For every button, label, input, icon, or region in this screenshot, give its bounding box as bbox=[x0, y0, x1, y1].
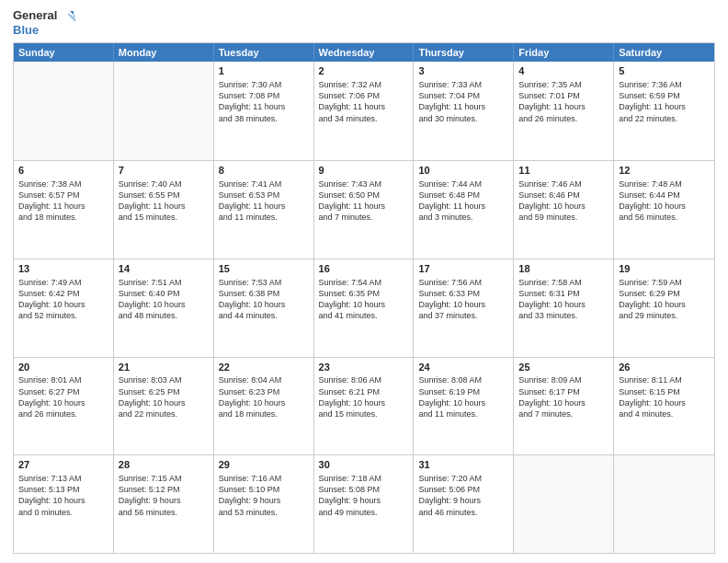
calendar-day: 1Sunrise: 7:30 AM Sunset: 7:08 PM Daylig… bbox=[214, 62, 314, 160]
day-number: 14 bbox=[119, 262, 209, 276]
calendar-day bbox=[614, 455, 714, 553]
calendar-week: 20Sunrise: 8:01 AM Sunset: 6:27 PM Dayli… bbox=[14, 357, 714, 455]
day-info: Sunrise: 7:51 AM Sunset: 6:40 PM Dayligh… bbox=[119, 277, 209, 322]
day-info: Sunrise: 8:04 AM Sunset: 6:23 PM Dayligh… bbox=[219, 374, 309, 419]
day-info: Sunrise: 7:36 AM Sunset: 6:59 PM Dayligh… bbox=[619, 79, 710, 124]
day-info: Sunrise: 7:20 AM Sunset: 5:06 PM Dayligh… bbox=[418, 473, 508, 518]
day-info: Sunrise: 8:03 AM Sunset: 6:25 PM Dayligh… bbox=[119, 374, 209, 419]
day-number: 2 bbox=[319, 64, 409, 78]
calendar-day: 27Sunrise: 7:13 AM Sunset: 5:13 PM Dayli… bbox=[14, 455, 114, 553]
calendar-day: 28Sunrise: 7:15 AM Sunset: 5:12 PM Dayli… bbox=[114, 455, 214, 553]
calendar-day: 14Sunrise: 7:51 AM Sunset: 6:40 PM Dayli… bbox=[114, 259, 214, 357]
calendar-day: 23Sunrise: 8:06 AM Sunset: 6:21 PM Dayli… bbox=[314, 358, 415, 455]
day-info: Sunrise: 7:33 AM Sunset: 7:04 PM Dayligh… bbox=[418, 79, 508, 124]
day-info: Sunrise: 7:35 AM Sunset: 7:01 PM Dayligh… bbox=[518, 79, 609, 124]
calendar-day: 5Sunrise: 7:36 AM Sunset: 6:59 PM Daylig… bbox=[614, 62, 714, 160]
day-number: 25 bbox=[518, 361, 609, 374]
day-number: 29 bbox=[219, 458, 309, 472]
calendar-day bbox=[114, 62, 214, 160]
day-info: Sunrise: 7:40 AM Sunset: 6:55 PM Dayligh… bbox=[119, 178, 209, 224]
calendar-day: 9Sunrise: 7:43 AM Sunset: 6:50 PM Daylig… bbox=[314, 161, 415, 259]
day-info: Sunrise: 8:11 AM Sunset: 6:15 PM Dayligh… bbox=[619, 374, 710, 419]
day-info: Sunrise: 8:01 AM Sunset: 6:27 PM Dayligh… bbox=[18, 374, 108, 419]
calendar-day: 21Sunrise: 8:03 AM Sunset: 6:25 PM Dayli… bbox=[114, 358, 214, 455]
day-info: Sunrise: 7:59 AM Sunset: 6:29 PM Dayligh… bbox=[619, 277, 710, 322]
day-number: 6 bbox=[18, 164, 108, 178]
day-number: 7 bbox=[119, 164, 209, 178]
day-number: 13 bbox=[18, 262, 108, 276]
calendar-header: SundayMondayTuesdayWednesdayThursdayFrid… bbox=[14, 43, 714, 62]
day-number: 8 bbox=[219, 164, 309, 178]
day-number: 17 bbox=[418, 262, 508, 276]
calendar-body: 1Sunrise: 7:30 AM Sunset: 7:08 PM Daylig… bbox=[14, 62, 714, 553]
svg-marker-1 bbox=[68, 13, 75, 22]
day-number: 19 bbox=[619, 262, 710, 276]
day-info: Sunrise: 7:43 AM Sunset: 6:50 PM Dayligh… bbox=[319, 178, 409, 224]
calendar-day bbox=[514, 455, 614, 553]
day-number: 15 bbox=[219, 262, 309, 276]
weekday-header: Monday bbox=[114, 43, 214, 62]
day-number: 31 bbox=[418, 458, 508, 472]
calendar-day: 19Sunrise: 7:59 AM Sunset: 6:29 PM Dayli… bbox=[614, 259, 714, 357]
logo: General Blue bbox=[13, 9, 77, 37]
calendar-week: 6Sunrise: 7:38 AM Sunset: 6:57 PM Daylig… bbox=[14, 160, 714, 259]
day-info: Sunrise: 7:18 AM Sunset: 5:08 PM Dayligh… bbox=[319, 473, 409, 518]
weekday-header: Friday bbox=[514, 43, 614, 62]
calendar-day bbox=[14, 62, 114, 160]
calendar-day: 15Sunrise: 7:53 AM Sunset: 6:38 PM Dayli… bbox=[214, 259, 314, 357]
calendar-day: 18Sunrise: 7:58 AM Sunset: 6:31 PM Dayli… bbox=[514, 259, 614, 357]
weekday-header: Sunday bbox=[14, 43, 114, 62]
day-info: Sunrise: 7:53 AM Sunset: 6:38 PM Dayligh… bbox=[219, 277, 309, 322]
day-info: Sunrise: 7:30 AM Sunset: 7:08 PM Dayligh… bbox=[219, 79, 309, 124]
day-number: 3 bbox=[418, 64, 508, 78]
calendar-day: 2Sunrise: 7:32 AM Sunset: 7:06 PM Daylig… bbox=[314, 62, 415, 160]
day-info: Sunrise: 7:54 AM Sunset: 6:35 PM Dayligh… bbox=[319, 277, 409, 322]
calendar-day: 20Sunrise: 8:01 AM Sunset: 6:27 PM Dayli… bbox=[14, 358, 114, 455]
day-info: Sunrise: 7:44 AM Sunset: 6:48 PM Dayligh… bbox=[418, 178, 508, 224]
day-number: 20 bbox=[18, 361, 108, 374]
day-info: Sunrise: 7:41 AM Sunset: 6:53 PM Dayligh… bbox=[219, 178, 309, 224]
day-number: 21 bbox=[119, 361, 209, 374]
day-number: 1 bbox=[219, 64, 309, 78]
day-info: Sunrise: 7:38 AM Sunset: 6:57 PM Dayligh… bbox=[18, 178, 108, 224]
calendar-day: 25Sunrise: 8:09 AM Sunset: 6:17 PM Dayli… bbox=[514, 358, 614, 455]
calendar-day: 8Sunrise: 7:41 AM Sunset: 6:53 PM Daylig… bbox=[214, 161, 314, 259]
calendar-day: 10Sunrise: 7:44 AM Sunset: 6:48 PM Dayli… bbox=[414, 161, 514, 259]
day-number: 18 bbox=[518, 262, 609, 276]
calendar-day: 16Sunrise: 7:54 AM Sunset: 6:35 PM Dayli… bbox=[314, 259, 415, 357]
calendar-day: 13Sunrise: 7:49 AM Sunset: 6:42 PM Dayli… bbox=[14, 259, 114, 357]
calendar-day: 7Sunrise: 7:40 AM Sunset: 6:55 PM Daylig… bbox=[114, 161, 214, 259]
day-number: 16 bbox=[319, 262, 409, 276]
day-info: Sunrise: 7:48 AM Sunset: 6:44 PM Dayligh… bbox=[619, 178, 710, 224]
calendar-day: 17Sunrise: 7:56 AM Sunset: 6:33 PM Dayli… bbox=[414, 259, 514, 357]
day-number: 22 bbox=[219, 361, 309, 374]
calendar-day: 29Sunrise: 7:16 AM Sunset: 5:10 PM Dayli… bbox=[214, 455, 314, 553]
day-info: Sunrise: 7:13 AM Sunset: 5:13 PM Dayligh… bbox=[18, 473, 108, 518]
day-number: 26 bbox=[619, 361, 710, 374]
day-number: 30 bbox=[319, 458, 409, 472]
calendar-day: 30Sunrise: 7:18 AM Sunset: 5:08 PM Dayli… bbox=[314, 455, 415, 553]
logo-text: General Blue bbox=[13, 9, 77, 37]
day-number: 11 bbox=[518, 164, 609, 178]
day-number: 10 bbox=[418, 164, 508, 178]
weekday-header: Wednesday bbox=[314, 43, 415, 62]
calendar-day: 26Sunrise: 8:11 AM Sunset: 6:15 PM Dayli… bbox=[614, 358, 714, 455]
calendar-week: 27Sunrise: 7:13 AM Sunset: 5:13 PM Dayli… bbox=[14, 454, 714, 553]
day-number: 12 bbox=[619, 164, 710, 178]
weekday-header: Tuesday bbox=[214, 43, 314, 62]
day-number: 27 bbox=[18, 458, 108, 472]
calendar-day: 24Sunrise: 8:08 AM Sunset: 6:19 PM Dayli… bbox=[414, 358, 514, 455]
day-number: 9 bbox=[319, 164, 409, 178]
day-info: Sunrise: 7:56 AM Sunset: 6:33 PM Dayligh… bbox=[418, 277, 508, 322]
weekday-header: Thursday bbox=[414, 43, 514, 62]
calendar-day: 4Sunrise: 7:35 AM Sunset: 7:01 PM Daylig… bbox=[514, 62, 614, 160]
day-info: Sunrise: 7:32 AM Sunset: 7:06 PM Dayligh… bbox=[319, 79, 409, 124]
weekday-header: Saturday bbox=[614, 43, 714, 62]
day-info: Sunrise: 8:08 AM Sunset: 6:19 PM Dayligh… bbox=[418, 374, 508, 419]
day-info: Sunrise: 7:58 AM Sunset: 6:31 PM Dayligh… bbox=[518, 277, 609, 322]
calendar-day: 3Sunrise: 7:33 AM Sunset: 7:04 PM Daylig… bbox=[414, 62, 514, 160]
day-info: Sunrise: 7:46 AM Sunset: 6:46 PM Dayligh… bbox=[518, 178, 609, 224]
day-number: 24 bbox=[418, 361, 508, 374]
calendar-week: 13Sunrise: 7:49 AM Sunset: 6:42 PM Dayli… bbox=[14, 259, 714, 357]
day-info: Sunrise: 7:15 AM Sunset: 5:12 PM Dayligh… bbox=[119, 473, 209, 518]
